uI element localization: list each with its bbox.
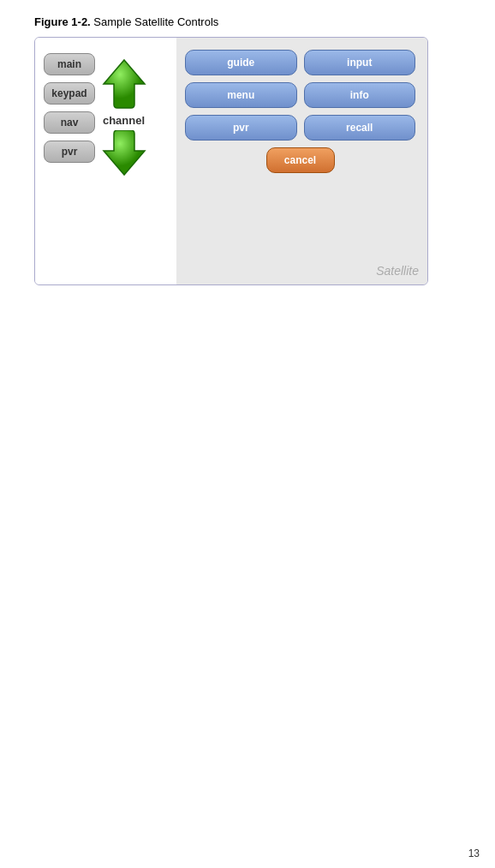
diagram-container: main keypad nav pvr	[34, 37, 428, 285]
top-button-grid: guide input menu info pvr recall	[185, 50, 415, 141]
nav-button[interactable]: nav	[44, 111, 95, 134]
keypad-button[interactable]: keypad	[44, 82, 95, 105]
channel-label: channel	[103, 114, 145, 127]
guide-button[interactable]: guide	[185, 50, 297, 75]
main-button[interactable]: main	[44, 53, 95, 75]
up-arrow[interactable]	[100, 55, 147, 111]
recall-button[interactable]: recall	[304, 115, 416, 141]
right-panel: guide input menu info pvr recall cancel …	[176, 38, 427, 284]
left-panel: main keypad nav pvr	[35, 38, 176, 284]
page-number: 13	[468, 847, 480, 859]
pvr-button-left[interactable]: pvr	[44, 141, 95, 163]
pvr-button-right[interactable]: pvr	[185, 115, 297, 141]
left-col-buttons: main keypad nav pvr	[44, 53, 95, 163]
input-button[interactable]: input	[304, 50, 416, 75]
cancel-button[interactable]: cancel	[266, 147, 335, 173]
down-arrow[interactable]	[100, 130, 147, 177]
menu-button[interactable]: menu	[185, 82, 297, 108]
info-button[interactable]: info	[304, 82, 416, 108]
center-col: channel	[100, 53, 147, 177]
satellite-watermark: Satellite	[376, 264, 419, 278]
figure-caption: Figure 1-2. Sample Satellite Controls	[34, 15, 461, 28]
cancel-row: cancel	[185, 147, 415, 173]
